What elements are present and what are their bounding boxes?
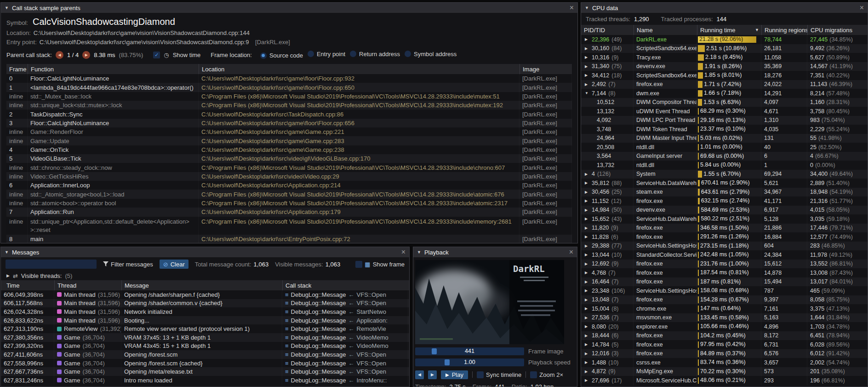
expand-expander-icon[interactable]: ▶ bbox=[585, 262, 589, 266]
process-row[interactable]: 4,092DWM LPC Port Thread29.16 ms (0.13%)… bbox=[581, 116, 868, 125]
expand-expander-icon[interactable]: ▶ bbox=[585, 172, 589, 176]
process-row[interactable]: ▶11,828(6)firefox.exe291.26 ms (1.26%)16… bbox=[581, 232, 868, 242]
callstack-frame-row[interactable]: 8mainC:\Users\wolf\Desktop\darkrl\src\En… bbox=[6, 235, 572, 243]
column-header-running-regions[interactable]: Running regions bbox=[761, 25, 807, 35]
messages-titlebar[interactable]: ▼ Messages × bbox=[1, 247, 409, 257]
process-row[interactable]: ▶18,444(6)firefox.exe104.2 ms (0.45%)8,1… bbox=[581, 331, 868, 341]
process-row[interactable]: ▶4,872(9)MsMpEng.exe70.22 ms (0.30%)5732… bbox=[581, 367, 868, 376]
process-row[interactable]: ▶22,396(49)DarkRL.exe21.28 s (92.06%)78,… bbox=[581, 35, 868, 44]
expand-expander-icon[interactable]: ▶ bbox=[585, 360, 589, 364]
process-row[interactable]: ▶35,812(88)ServiceHub.DataWarehou670.41 … bbox=[581, 179, 868, 188]
expand-expander-icon[interactable]: ▶ bbox=[585, 64, 589, 69]
column-header-function[interactable]: Function bbox=[28, 64, 199, 74]
message-row[interactable]: 627,558,996nsGame(36,704)Opening /forest… bbox=[1, 359, 409, 368]
process-row[interactable]: ▶30,160(84)ScriptedSandbox64.exe2.51 s (… bbox=[581, 44, 868, 53]
callstack-frame-row[interactable]: 5VideoGLBase::TickC:\Users\wolf\Desktop\… bbox=[6, 154, 572, 163]
expand-expander-icon[interactable]: ▶ bbox=[585, 342, 589, 347]
process-row[interactable]: ▶15,652(43)ServiceHub.DataWarehou580.22 … bbox=[581, 214, 868, 224]
callstack-frame-row[interactable]: 4Game::OnTickC:\Users\wolf\Desktop\darkr… bbox=[6, 145, 572, 154]
callstack-frame-row[interactable]: inlinestd::atomic<bool>::operator boolC:… bbox=[6, 199, 572, 208]
process-row[interactable]: ▶27,536(7)msvsmon.exe133.45 ms (0.58%)5,… bbox=[581, 313, 868, 323]
expand-expander-icon[interactable]: ▶ bbox=[585, 46, 589, 51]
expand-expander-icon[interactable]: ▶ bbox=[585, 181, 589, 185]
next-parent-button[interactable]: ▶ bbox=[82, 51, 90, 59]
column-header-location[interactable]: Location bbox=[199, 64, 520, 74]
callstack-frame-row[interactable]: inlineGame::RenderFloorC:\Users\wolf\Des… bbox=[6, 127, 572, 136]
callstack-cell[interactable]: ≡DebugLog::Message←VFS::Open bbox=[282, 299, 408, 308]
expand-expander-icon[interactable]: ▶ bbox=[585, 217, 589, 221]
expand-expander-icon[interactable]: ▶ bbox=[585, 37, 589, 41]
message-row[interactable]: 606,049,398nsMain thread(31,596)Opening … bbox=[1, 290, 409, 299]
process-row[interactable]: ▶14,984(50)devenv.exe584.69 ms (2.53%)6,… bbox=[581, 206, 868, 215]
callstack-titlebar[interactable]: ▼ Call stack sample parents × bbox=[1, 3, 577, 13]
process-row[interactable]: ▶15,004(8)chrome.exe147 ms (0.64%)7,1613… bbox=[581, 304, 868, 313]
expand-expander-icon[interactable]: ▶ bbox=[585, 352, 589, 356]
playback-titlebar[interactable]: ▼ Playback × bbox=[413, 247, 577, 257]
expand-expander-icon[interactable]: ▶ bbox=[585, 271, 589, 275]
cpu-titlebar[interactable]: ▼ CPU data × bbox=[581, 3, 868, 13]
callstack-cell[interactable]: ≡DebugLog::Message←VFS::Open bbox=[282, 350, 408, 359]
expand-expander-icon[interactable]: ▶ bbox=[585, 73, 589, 77]
process-row[interactable]: 3,564GameInput server69.68 us (0.00%)64(… bbox=[581, 152, 868, 161]
next-frame-button[interactable]: ▶ bbox=[428, 370, 437, 379]
column-header-cpu-migrations[interactable]: CPU migrations bbox=[807, 25, 868, 35]
radio-symbol-address[interactable]: Symbol address bbox=[405, 51, 457, 58]
column-header-thread[interactable]: Thread bbox=[54, 280, 121, 290]
radio-entry-point[interactable]: Entry point bbox=[308, 51, 345, 58]
clear-button[interactable]: ⊘ Clear bbox=[160, 260, 188, 269]
callstack-cell[interactable]: ≡DebugLog::Message←StartNetwo bbox=[282, 307, 408, 316]
message-row[interactable]: 626,833,622nsMain thread(31,596)Booting.… bbox=[1, 316, 409, 325]
callstack-frame-row[interactable]: 1<lambda_84a19dc444fae966ca174e83e708bdc… bbox=[6, 83, 572, 92]
process-row[interactable]: ▶34,412(18)ScriptedSandbox64.exe1.85 s (… bbox=[581, 71, 868, 80]
expand-expander-icon[interactable]: ▶ bbox=[585, 253, 589, 257]
expand-expander-icon[interactable]: ▶ bbox=[585, 289, 589, 293]
close-icon[interactable]: × bbox=[401, 248, 405, 256]
process-row[interactable]: ▶30,456(25)steam.exe643.61 ms (2.79%)34,… bbox=[581, 188, 868, 197]
process-row[interactable]: ▶1,488(10)csrss.exe83.74 ms (0.36%)3,657… bbox=[581, 358, 868, 367]
radio-return-address[interactable]: Return address bbox=[350, 51, 400, 58]
callstack-frame-row[interactable]: 7Application::RunC:\Users\wolf\Desktop\d… bbox=[6, 208, 572, 216]
collapse-icon[interactable]: ▼ bbox=[585, 6, 589, 10]
process-row[interactable]: ▶27,696(17)Microsoft.ServiceHub.Co48.06 … bbox=[581, 376, 868, 385]
process-row[interactable]: ▶23,348(106)ServiceHub.SettingsHost158.0… bbox=[581, 286, 868, 295]
callstack-cell[interactable]: ≡DebugLog::Message←VideoMemo bbox=[282, 333, 408, 342]
process-row[interactable]: ▶10,316(9)Tracy.exe2.18 s (9.45%)11,0585… bbox=[581, 53, 868, 62]
callstack-cell[interactable]: ≡DebugLog::Message←IntroMenu:: bbox=[282, 376, 408, 385]
callstack-frame-row[interactable]: inlinestd::_Mutex_base::lockC:\Program F… bbox=[6, 92, 572, 101]
callstack-frame-row[interactable]: 3Floor::CalcLightNoLuminanceC:\Users\wol… bbox=[6, 119, 572, 127]
callstack-frame-row[interactable]: inlinestd::chrono::steady_clock::nowC:\P… bbox=[6, 163, 572, 172]
expand-expander-icon[interactable]: ▶ bbox=[585, 208, 589, 212]
callstack-frame-row[interactable]: 2TaskDispatch::SyncC:\Users\wolf\Desktop… bbox=[6, 110, 572, 118]
expand-expander-icon[interactable]: ▶ bbox=[585, 55, 589, 59]
expand-expander-icon[interactable]: ▶ bbox=[585, 244, 589, 248]
column-header-pid[interactable]: PID/TID bbox=[581, 25, 634, 35]
expand-expander-icon[interactable]: ▶ bbox=[585, 370, 589, 374]
callstack-frame-row[interactable]: 0Floor::CalcLightNoLuminanceC:\Users\wol… bbox=[6, 74, 572, 83]
close-icon[interactable]: × bbox=[569, 248, 573, 256]
playback-speed-slider[interactable]: 1.00 bbox=[415, 358, 524, 366]
prev-frame-button[interactable]: ◀ bbox=[415, 370, 424, 379]
callstack-frame-row[interactable]: 6Application::InnerLoopC:\Users\wolf\Des… bbox=[6, 181, 572, 190]
visible-threads-row[interactable]: ▶ ⇄ Visible threads: (5) bbox=[1, 271, 409, 280]
process-row[interactable]: ▶4,768(7)firefox.exe187.54 ms (0.81%)14,… bbox=[581, 268, 868, 277]
callstack-cell[interactable]: ≡DebugLog::Message←VFS::Open bbox=[282, 359, 408, 368]
expand-expander-icon[interactable]: ▶ bbox=[585, 199, 589, 203]
expand-expander-icon[interactable]: ▶ bbox=[585, 324, 589, 329]
close-icon[interactable]: × bbox=[570, 4, 574, 12]
process-row[interactable]: ▶11,152(12)firefox.exe632.15 ms (2.74%)4… bbox=[581, 196, 868, 206]
callstack-frame-row[interactable]: inlineVideo::GetTicksHiResC:\Users\wolf\… bbox=[6, 172, 572, 181]
message-row[interactable]: 626,024,328nsMain thread(31,596)Network … bbox=[1, 307, 409, 316]
process-row[interactable]: ▶13,044(10)StandardCollector.Servic242.4… bbox=[581, 250, 868, 260]
message-row[interactable]: 627,411,606nsGame(36,704)Opening /forest… bbox=[1, 350, 409, 359]
radio-source-code[interactable]: Source code bbox=[260, 52, 303, 59]
process-row[interactable]: ▶8,080(20)explorer.exe105.66 ms (0.46%)4… bbox=[581, 322, 868, 331]
expand-expander-icon[interactable]: ▶ bbox=[585, 280, 589, 284]
process-row[interactable]: 24,964DWM Master Input Threa5.03 ms (0.0… bbox=[581, 134, 868, 143]
show-frame-checkbox[interactable]: ▦ Show frame bbox=[355, 261, 405, 268]
process-row[interactable]: ▶4(126)System1.55 s (6.70%)69,29434,400(… bbox=[581, 170, 868, 179]
filter-input[interactable] bbox=[6, 260, 97, 269]
expand-expander-icon[interactable]: ▶ bbox=[585, 82, 589, 87]
show-time-checkbox[interactable]: ✓ bbox=[153, 52, 160, 58]
expand-expander-icon[interactable]: ▶ bbox=[585, 334, 589, 338]
process-row[interactable]: ▶14,784(5)firefox.exe97.95 ms (0.42%)6,7… bbox=[581, 340, 868, 349]
